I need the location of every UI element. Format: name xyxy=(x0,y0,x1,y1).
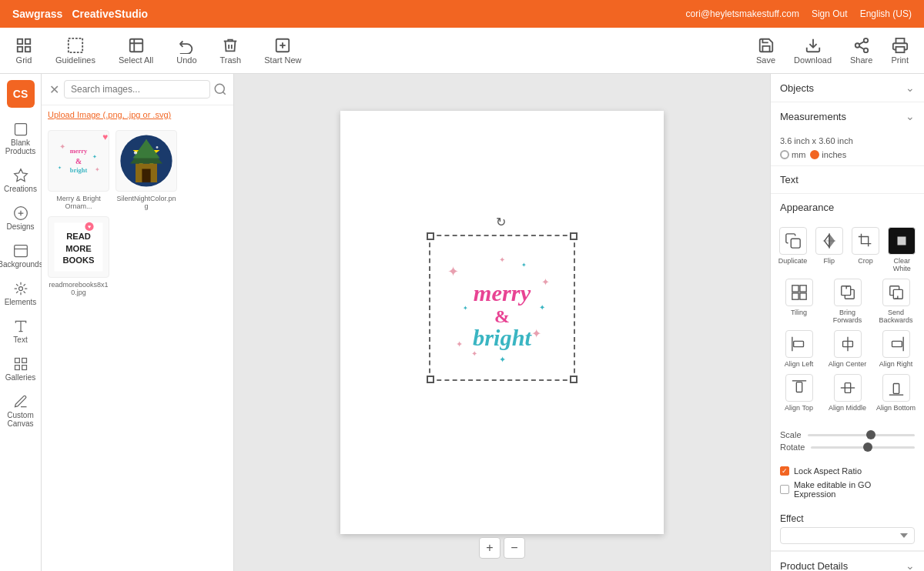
sidebar-item-text[interactable]: Text xyxy=(0,314,41,349)
measurements-header[interactable]: Measurements ⌄ xyxy=(771,102,924,130)
measurements-section: Measurements ⌄ 3.6 inch x 3.60 inch mm i… xyxy=(771,102,924,166)
grid-label: Grid xyxy=(16,55,32,65)
rotate-slider[interactable] xyxy=(811,446,915,449)
close-panel-button[interactable]: ✕ xyxy=(48,81,61,99)
tiling-button[interactable]: Tiling xyxy=(777,279,821,324)
svg-text:&: & xyxy=(75,157,82,165)
search-icon[interactable] xyxy=(213,82,227,96)
scale-slider[interactable] xyxy=(808,434,915,436)
image-thumb-merry-bright: merry & bright ✦ ✦ ✦ ✦ ♥ xyxy=(48,130,109,192)
measurements-label: Measurements xyxy=(780,111,846,122)
print-button[interactable]: Print xyxy=(891,37,909,65)
align-left-button[interactable]: Align Left xyxy=(777,330,821,368)
share-button[interactable]: Share xyxy=(850,37,872,65)
text-label: Text xyxy=(780,174,798,185)
sidebar-item-custom-canvas[interactable]: Custom Canvas xyxy=(0,389,41,432)
svg-rect-82 xyxy=(796,382,802,392)
sidebar-item-elements[interactable]: Elements xyxy=(0,276,41,311)
duplicate-button[interactable]: Duplicate xyxy=(777,227,808,272)
trash-button[interactable]: Trash xyxy=(220,37,242,65)
lock-aspect-row[interactable]: ✓ Lock Aspect Ratio xyxy=(780,464,915,478)
svg-rect-4 xyxy=(69,38,82,52)
heart-icon: ♥ xyxy=(102,132,108,142)
save-button[interactable]: Save xyxy=(756,37,775,65)
flip-button[interactable]: Flip xyxy=(813,227,845,272)
svg-rect-0 xyxy=(18,38,22,43)
resize-handle-tl[interactable] xyxy=(427,232,434,240)
sidebar-item-creations[interactable]: Creations xyxy=(0,163,41,198)
product-details-label: Product Details xyxy=(780,560,848,572)
svg-point-9 xyxy=(863,38,868,42)
guidelines-button[interactable]: Guidelines xyxy=(55,37,95,65)
grid-button[interactable]: Grid xyxy=(15,37,32,65)
align-bottom-button[interactable]: Align Bottom xyxy=(874,374,918,412)
unit-inches-radio[interactable]: inches xyxy=(810,150,846,159)
svg-rect-68 xyxy=(792,293,798,299)
brand-creativestudio[interactable]: CreativeStudio xyxy=(72,8,148,20)
sign-out-link[interactable]: Sign Out xyxy=(812,8,848,19)
svg-text:♥: ♥ xyxy=(88,224,91,229)
zoom-in-button[interactable]: + xyxy=(479,537,500,559)
list-item[interactable]: SilentNightColor.png xyxy=(116,130,177,210)
align-middle-label: Align Middle xyxy=(829,404,866,412)
print-label: Print xyxy=(891,55,909,65)
svg-rect-80 xyxy=(892,341,902,346)
sidebar-item-blank-products[interactable]: Blank Products xyxy=(0,117,41,160)
sidebar-item-galleries[interactable]: Galleries xyxy=(0,352,41,386)
rotate-label: Rotate xyxy=(780,442,805,452)
resize-handle-br[interactable] xyxy=(570,376,578,383)
select-all-button[interactable]: Select All xyxy=(119,37,153,65)
objects-header[interactable]: Objects ⌄ xyxy=(771,74,924,102)
upload-link[interactable]: Upload Image (.png, .jpg or .svg) xyxy=(42,105,233,124)
search-input[interactable] xyxy=(64,80,210,99)
svg-rect-65 xyxy=(898,237,906,245)
align-top-button[interactable]: Align Top xyxy=(777,374,821,412)
svg-line-12 xyxy=(859,46,864,49)
align-middle-button[interactable]: Align Middle xyxy=(825,374,869,412)
svg-rect-66 xyxy=(792,286,798,292)
bring-forwards-button[interactable]: Bring Forwards xyxy=(825,279,869,324)
make-editable-row[interactable]: Make editable in GO Expression xyxy=(780,478,915,501)
crop-button[interactable]: Crop xyxy=(850,227,882,272)
svg-text:READ: READ xyxy=(66,232,91,241)
brand-sawgrass[interactable]: Sawgrass xyxy=(12,8,62,20)
sidebar-item-backgrounds[interactable]: Backgrounds xyxy=(0,239,41,273)
sidebar-item-designs[interactable]: Designs xyxy=(0,201,41,235)
image-thumb-read-more-books: READ MORE BOOKS ♥ xyxy=(48,216,109,278)
image-thumb-silent-night xyxy=(116,130,177,192)
start-new-button[interactable]: Start New xyxy=(264,37,301,65)
unit-mm-radio[interactable]: mm xyxy=(780,150,805,159)
resize-handle-tr[interactable] xyxy=(570,232,578,240)
clear-white-label: Clear White xyxy=(886,257,918,272)
align-center-button[interactable]: Align Center xyxy=(825,330,869,368)
lock-aspect-checkbox[interactable]: ✓ xyxy=(780,466,789,476)
canvas-page[interactable]: ✦ ✦ ✦ ✦ ✦ ✦ ✦ ✦ ✦ ✦ merry & brig xyxy=(340,111,664,534)
list-item[interactable]: READ MORE BOOKS ♥ readmorebooks8x10.jpg xyxy=(48,216,109,296)
undo-button[interactable]: Undo xyxy=(176,37,196,65)
topbar: Sawgrass CreativeStudio cori@heyletsmake… xyxy=(0,0,924,28)
radio-inches-indicator xyxy=(810,150,819,159)
svg-rect-61 xyxy=(791,239,800,248)
download-button[interactable]: Download xyxy=(794,37,832,65)
resize-handle-bl[interactable] xyxy=(427,376,434,383)
product-details-header[interactable]: Product Details ⌄ xyxy=(771,552,924,571)
crop-label: Crop xyxy=(858,257,873,265)
clear-white-button[interactable]: Clear White xyxy=(886,227,918,272)
send-backwards-button[interactable]: Send Backwards xyxy=(874,279,918,324)
measurements-value: 3.6 inch x 3.60 inch xyxy=(780,136,915,145)
appearance-header[interactable]: Appearance xyxy=(771,194,924,221)
zoom-out-button[interactable]: − xyxy=(504,537,525,559)
make-editable-checkbox[interactable] xyxy=(780,485,789,494)
rotate-handle[interactable]: ↻ xyxy=(496,215,508,227)
align-right-label: Align Right xyxy=(879,360,913,368)
text-header[interactable]: Text xyxy=(771,166,924,193)
svg-rect-15 xyxy=(15,124,26,135)
language-selector[interactable]: English (US) xyxy=(860,8,912,19)
svg-point-41 xyxy=(156,146,159,149)
list-item[interactable]: merry & bright ✦ ✦ ✦ ✦ ♥ Merry & Bright … xyxy=(48,130,109,210)
align-right-button[interactable]: Align Right xyxy=(874,330,918,368)
svg-rect-14 xyxy=(896,46,904,52)
right-panel: Objects ⌄ Measurements ⌄ 3.6 inch x 3.60… xyxy=(770,74,924,571)
svg-text:✦: ✦ xyxy=(92,154,97,159)
effect-select[interactable] xyxy=(780,527,915,544)
